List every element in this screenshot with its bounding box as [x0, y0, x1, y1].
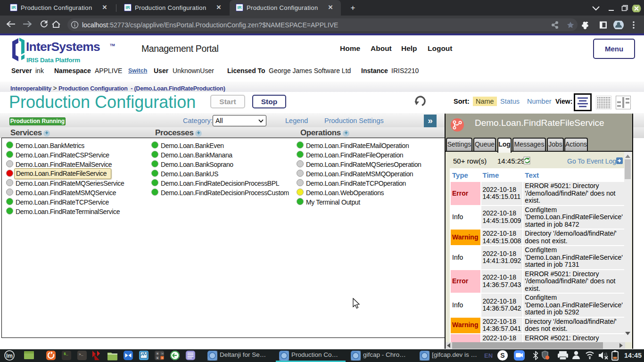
svg-text:S: S	[500, 352, 504, 359]
svg-text:$_: $_	[64, 352, 68, 356]
svg-text:TM: TM	[110, 43, 115, 47]
svg-text:×: ×	[157, 356, 158, 360]
svg-text:InterSystems: InterSystems	[26, 40, 100, 54]
svg-text:>_: >_	[79, 352, 83, 356]
svg-text:=: =	[162, 356, 164, 360]
svg-text:lm: lm	[6, 353, 13, 359]
svg-text:+: +	[157, 352, 158, 355]
svg-text:−: −	[162, 352, 164, 355]
svg-text:IRIS Data Platform: IRIS Data Platform	[26, 57, 80, 64]
svg-text:EN: EN	[484, 352, 493, 359]
